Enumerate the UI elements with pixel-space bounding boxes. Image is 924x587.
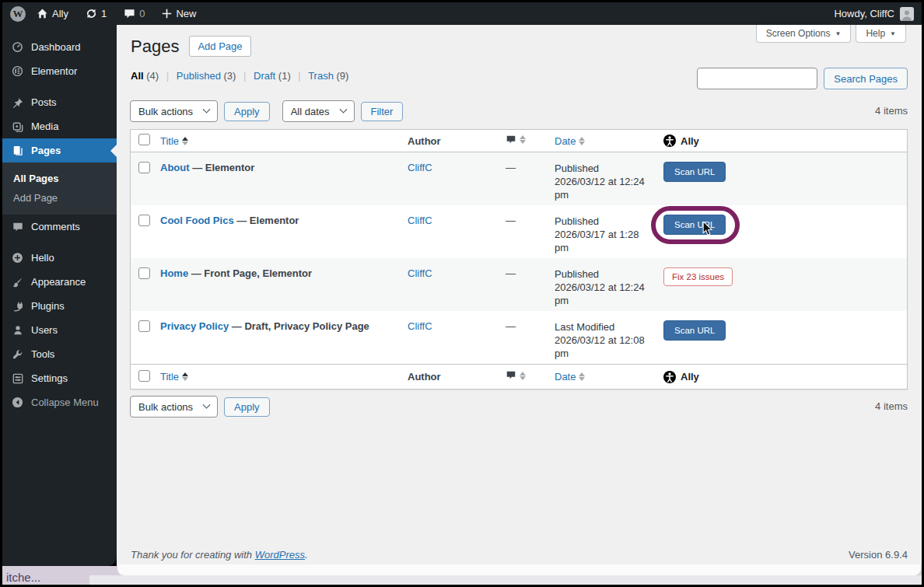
page-title-link[interactable]: Privacy Policy bbox=[160, 320, 229, 332]
page-title-link[interactable]: Cool Food Pics bbox=[160, 215, 234, 226]
updates-icon bbox=[86, 8, 97, 19]
filter-published[interactable]: Published bbox=[177, 70, 221, 82]
comment-bubble-icon bbox=[506, 135, 516, 145]
row-checkbox[interactable] bbox=[138, 267, 150, 279]
comments-icon bbox=[11, 222, 24, 232]
author-header: Author bbox=[408, 371, 501, 383]
comment-bubble-icon bbox=[506, 370, 516, 381]
sidebar-item-media[interactable]: Media bbox=[2, 114, 117, 138]
row-checkbox[interactable] bbox=[138, 320, 150, 332]
scan-url-button[interactable]: Scan URL bbox=[663, 320, 726, 341]
table-header: Title Author Date Ally bbox=[131, 130, 907, 152]
sidebar-item-comments[interactable]: Comments bbox=[2, 215, 117, 239]
page-state: — Draft, Privacy Policy Page bbox=[229, 320, 369, 332]
filter-trash[interactable]: Trash bbox=[308, 70, 334, 82]
plus-icon bbox=[162, 9, 172, 19]
select-all-checkbox[interactable] bbox=[138, 370, 150, 382]
sidebar-item-pages[interactable]: Pages bbox=[2, 138, 117, 162]
sort-date-header[interactable]: Date bbox=[555, 135, 585, 147]
apply-button[interactable]: Apply bbox=[224, 102, 270, 121]
row-checkbox[interactable] bbox=[138, 215, 150, 226]
ally-accessibility-icon bbox=[663, 371, 676, 383]
ally-accessibility-icon bbox=[663, 135, 676, 147]
search-input[interactable] bbox=[697, 68, 817, 89]
sidebar-item-elementor[interactable]: Elementor bbox=[2, 59, 117, 83]
bulk-actions-select[interactable]: Bulk actions bbox=[130, 396, 218, 418]
sort-comments-header[interactable] bbox=[506, 370, 526, 381]
settings-icon bbox=[11, 373, 24, 384]
author-link[interactable]: CliffC bbox=[408, 320, 432, 332]
new-label: New bbox=[176, 8, 196, 19]
site-name: Ally bbox=[52, 8, 68, 19]
scan-url-button[interactable]: Scan URL bbox=[663, 215, 726, 235]
table-row-privacy-policy: Privacy Policy — Draft, Privacy Policy P… bbox=[131, 311, 907, 364]
new-menu[interactable]: New bbox=[156, 2, 202, 25]
status-filter-links: All (4) | Published (3) | Draft (1) | Tr… bbox=[131, 70, 348, 82]
wordpress-link[interactable]: WordPress bbox=[255, 549, 305, 561]
filter-draft[interactable]: Draft bbox=[254, 70, 275, 82]
table-row-about: About — Elementor CliffC — Published2026… bbox=[131, 152, 907, 205]
comments-menu[interactable]: 0 bbox=[117, 2, 151, 25]
sidebar-item-dashboard[interactable]: Dashboard bbox=[2, 35, 117, 59]
chevron-down-icon bbox=[339, 105, 347, 113]
sort-title-header[interactable]: Title bbox=[160, 135, 188, 147]
plugin-icon bbox=[11, 301, 24, 312]
sidebar-item-hello[interactable]: Hello bbox=[2, 246, 117, 270]
select-all-checkbox[interactable] bbox=[138, 134, 150, 145]
page-state: — Elementor bbox=[234, 215, 299, 226]
scan-url-button[interactable]: Scan URL bbox=[663, 162, 726, 182]
fix-issues-button[interactable]: Fix 23 issues bbox=[663, 267, 733, 286]
chevron-down-icon bbox=[203, 400, 211, 408]
search-pages-button[interactable]: Search Pages bbox=[824, 68, 908, 89]
site-menu[interactable]: Ally bbox=[30, 2, 75, 25]
sort-date-header[interactable]: Date bbox=[555, 371, 585, 383]
sidebar-item-users[interactable]: Users bbox=[2, 318, 117, 342]
sidebar-item-collapse-menu[interactable]: Collapse Menu bbox=[2, 390, 117, 414]
sidebar-item-all-pages[interactable]: All Pages bbox=[2, 169, 117, 188]
author-link[interactable]: CliffC bbox=[408, 267, 432, 279]
date-cell: Last Modified2026/03/12 at 12:08pm bbox=[551, 320, 660, 360]
tools-icon bbox=[11, 349, 24, 360]
page-state: — Front Page, Elementor bbox=[188, 267, 312, 279]
sidebar-item-plugins[interactable]: Plugins bbox=[2, 294, 117, 318]
author-link[interactable]: CliffC bbox=[408, 162, 432, 173]
screen-options-button[interactable]: Screen Options ▼ bbox=[756, 25, 852, 43]
updates-count: 1 bbox=[101, 8, 107, 19]
footer-thanks: Thank you for creating with WordPress. bbox=[131, 549, 308, 561]
filter-all[interactable]: All bbox=[131, 70, 144, 82]
row-checkbox[interactable] bbox=[138, 162, 150, 173]
sidebar-item-settings[interactable]: Settings bbox=[2, 366, 117, 390]
comments-value: — bbox=[506, 267, 516, 279]
sidebar-item-posts[interactable]: Posts bbox=[2, 90, 117, 114]
filter-button[interactable]: Filter bbox=[361, 102, 404, 121]
sidebar-item-add-page[interactable]: Add Page bbox=[2, 188, 117, 208]
sidebar-item-appearance[interactable]: Appearance bbox=[2, 270, 117, 294]
ally-header: Ally bbox=[681, 371, 699, 383]
main-content: Screen Options ▼ Help ▼ Pages Add Page A… bbox=[117, 25, 922, 564]
bulk-actions-select[interactable]: Bulk actions bbox=[130, 100, 218, 122]
sort-comments-header[interactable] bbox=[506, 135, 526, 145]
add-page-button[interactable]: Add Page bbox=[189, 36, 250, 57]
page-title-link[interactable]: About bbox=[160, 162, 190, 173]
desktop-partial-text: itche... bbox=[6, 571, 40, 584]
collapse-icon bbox=[11, 397, 24, 408]
date-cell: Published2026/03/17 at 1:28pm bbox=[551, 215, 660, 254]
chevron-down-icon: ▼ bbox=[890, 30, 896, 37]
pages-submenu: All Pages Add Page bbox=[2, 162, 117, 215]
wordpress-logo-icon[interactable]: W bbox=[10, 6, 26, 22]
page-title: Pages bbox=[131, 37, 179, 57]
comments-value: — bbox=[506, 320, 516, 332]
sort-title-header[interactable]: Title bbox=[160, 371, 188, 383]
author-link[interactable]: CliffC bbox=[408, 215, 432, 226]
apply-button[interactable]: Apply bbox=[224, 397, 270, 417]
account-menu[interactable]: Howdy, CliffC bbox=[834, 7, 922, 21]
comment-bubble-icon bbox=[124, 8, 135, 19]
plus-circle-icon bbox=[11, 252, 24, 264]
updates-menu[interactable]: 1 bbox=[79, 2, 113, 25]
all-dates-select[interactable]: All dates bbox=[282, 100, 355, 122]
chevron-down-icon bbox=[203, 105, 211, 113]
sidebar-item-tools[interactable]: Tools bbox=[2, 342, 117, 366]
help-button[interactable]: Help ▼ bbox=[856, 25, 906, 43]
page-title-link[interactable]: Home bbox=[160, 267, 188, 279]
comments-count: 0 bbox=[139, 8, 145, 19]
